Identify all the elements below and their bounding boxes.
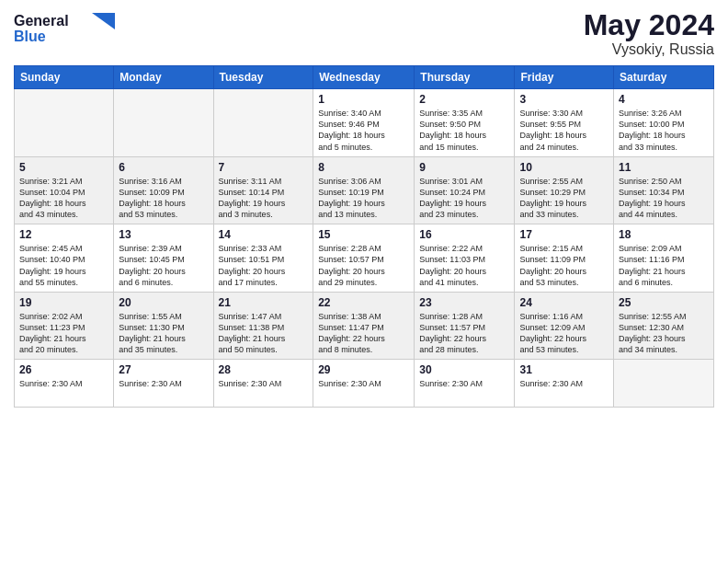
calendar-cell: 27Sunrise: 2:30 AM bbox=[114, 360, 213, 408]
week-row-2: 5Sunrise: 3:21 AM Sunset: 10:04 PM Dayli… bbox=[15, 156, 714, 224]
day-number: 29 bbox=[318, 363, 409, 376]
calendar-cell: 16Sunrise: 2:22 AM Sunset: 11:03 PM Dayl… bbox=[415, 224, 515, 293]
day-number: 16 bbox=[419, 228, 509, 241]
day-info: Sunrise: 3:30 AM Sunset: 9:55 PM Dayligh… bbox=[519, 108, 609, 153]
calendar-header-row: SundayMondayTuesdayWednesdayThursdayFrid… bbox=[15, 66, 714, 89]
week-row-5: 26Sunrise: 2:30 AM27Sunrise: 2:30 AM28Su… bbox=[15, 360, 714, 408]
calendar-cell: 14Sunrise: 2:33 AM Sunset: 10:51 PM Dayl… bbox=[213, 224, 313, 293]
day-info: Sunrise: 2:33 AM Sunset: 10:51 PM Daylig… bbox=[219, 243, 309, 288]
calendar-cell: 1Sunrise: 3:40 AM Sunset: 9:46 PM Daylig… bbox=[313, 89, 415, 157]
day-info: Sunrise: 3:01 AM Sunset: 10:24 PM Daylig… bbox=[419, 176, 509, 221]
day-number: 3 bbox=[519, 93, 609, 106]
day-number: 18 bbox=[619, 228, 709, 241]
day-info: Sunrise: 2:22 AM Sunset: 11:03 PM Daylig… bbox=[419, 243, 509, 288]
day-header-tuesday: Tuesday bbox=[213, 66, 313, 89]
calendar-cell: 17Sunrise: 2:15 AM Sunset: 11:09 PM Dayl… bbox=[515, 224, 614, 293]
day-number: 12 bbox=[19, 228, 108, 241]
day-info: Sunrise: 2:50 AM Sunset: 10:34 PM Daylig… bbox=[619, 176, 709, 221]
month-year: May 2024 bbox=[584, 9, 714, 41]
calendar-cell: 2Sunrise: 3:35 AM Sunset: 9:50 PM Daylig… bbox=[415, 89, 515, 157]
day-info: Sunrise: 2:30 AM bbox=[318, 378, 409, 389]
day-info: Sunrise: 1:16 AM Sunset: 12:09 AM Daylig… bbox=[519, 311, 609, 356]
calendar-cell: 6Sunrise: 3:16 AM Sunset: 10:09 PM Dayli… bbox=[114, 156, 213, 224]
calendar-cell: 22Sunrise: 1:38 AM Sunset: 11:47 PM Dayl… bbox=[313, 292, 415, 360]
day-number: 22 bbox=[318, 296, 409, 309]
day-info: Sunrise: 2:09 AM Sunset: 11:16 PM Daylig… bbox=[619, 243, 709, 288]
day-number: 10 bbox=[519, 161, 609, 174]
day-info: Sunrise: 2:30 AM bbox=[119, 378, 208, 389]
day-header-thursday: Thursday bbox=[415, 66, 515, 89]
calendar-cell: 15Sunrise: 2:28 AM Sunset: 10:57 PM Dayl… bbox=[313, 224, 415, 293]
calendar-cell: 30Sunrise: 2:30 AM bbox=[415, 360, 515, 408]
day-number: 2 bbox=[419, 93, 509, 106]
week-row-3: 12Sunrise: 2:45 AM Sunset: 10:40 PM Dayl… bbox=[15, 224, 714, 293]
calendar-cell: 4Sunrise: 3:26 AM Sunset: 10:00 PM Dayli… bbox=[614, 89, 714, 157]
calendar-cell: 24Sunrise: 1:16 AM Sunset: 12:09 AM Dayl… bbox=[515, 292, 614, 360]
day-header-saturday: Saturday bbox=[614, 66, 714, 89]
day-info: Sunrise: 3:40 AM Sunset: 9:46 PM Dayligh… bbox=[318, 108, 409, 153]
calendar-cell bbox=[114, 89, 213, 157]
day-number: 28 bbox=[219, 363, 309, 376]
day-number: 30 bbox=[419, 363, 509, 376]
calendar-cell: 21Sunrise: 1:47 AM Sunset: 11:38 PM Dayl… bbox=[213, 292, 313, 360]
calendar-cell: 10Sunrise: 2:55 AM Sunset: 10:29 PM Dayl… bbox=[515, 156, 614, 224]
day-info: Sunrise: 1:38 AM Sunset: 11:47 PM Daylig… bbox=[318, 311, 409, 356]
day-number: 31 bbox=[519, 363, 609, 376]
day-info: Sunrise: 1:55 AM Sunset: 11:30 PM Daylig… bbox=[119, 311, 208, 356]
calendar-cell: 5Sunrise: 3:21 AM Sunset: 10:04 PM Dayli… bbox=[15, 156, 114, 224]
calendar-cell: 9Sunrise: 3:01 AM Sunset: 10:24 PM Dayli… bbox=[415, 156, 515, 224]
logo-text: General Blue bbox=[14, 9, 115, 52]
calendar-cell: 12Sunrise: 2:45 AM Sunset: 10:40 PM Dayl… bbox=[15, 224, 114, 293]
day-info: Sunrise: 2:02 AM Sunset: 11:23 PM Daylig… bbox=[19, 311, 108, 356]
calendar-cell: 11Sunrise: 2:50 AM Sunset: 10:34 PM Dayl… bbox=[614, 156, 714, 224]
day-info: Sunrise: 3:26 AM Sunset: 10:00 PM Daylig… bbox=[619, 108, 709, 153]
calendar-cell bbox=[213, 89, 313, 157]
day-number: 14 bbox=[219, 228, 309, 241]
day-number: 26 bbox=[19, 363, 108, 376]
day-info: Sunrise: 1:28 AM Sunset: 11:57 PM Daylig… bbox=[419, 311, 509, 356]
calendar-cell: 23Sunrise: 1:28 AM Sunset: 11:57 PM Dayl… bbox=[415, 292, 515, 360]
calendar-cell: 7Sunrise: 3:11 AM Sunset: 10:14 PM Dayli… bbox=[213, 156, 313, 224]
title-block: May 2024 Vysokiy, Russia bbox=[584, 9, 714, 58]
day-info: Sunrise: 3:06 AM Sunset: 10:19 PM Daylig… bbox=[318, 176, 409, 221]
day-number: 5 bbox=[19, 161, 108, 174]
day-number: 21 bbox=[219, 296, 309, 309]
day-number: 1 bbox=[318, 93, 409, 106]
location: Vysokiy, Russia bbox=[584, 41, 714, 58]
calendar-cell: 26Sunrise: 2:30 AM bbox=[15, 360, 114, 408]
calendar: SundayMondayTuesdayWednesdayThursdayFrid… bbox=[14, 65, 714, 408]
svg-text:General: General bbox=[14, 13, 69, 29]
page: General Blue May 2024 Vysokiy, Russia Su… bbox=[0, 0, 728, 563]
calendar-cell: 28Sunrise: 2:30 AM bbox=[213, 360, 313, 408]
calendar-cell: 20Sunrise: 1:55 AM Sunset: 11:30 PM Dayl… bbox=[114, 292, 213, 360]
day-info: Sunrise: 3:16 AM Sunset: 10:09 PM Daylig… bbox=[119, 176, 208, 221]
calendar-cell: 8Sunrise: 3:06 AM Sunset: 10:19 PM Dayli… bbox=[313, 156, 415, 224]
day-header-monday: Monday bbox=[114, 66, 213, 89]
calendar-cell bbox=[614, 360, 714, 408]
day-info: Sunrise: 2:28 AM Sunset: 10:57 PM Daylig… bbox=[318, 243, 409, 288]
day-header-wednesday: Wednesday bbox=[313, 66, 415, 89]
calendar-cell: 29Sunrise: 2:30 AM bbox=[313, 360, 415, 408]
day-number: 17 bbox=[519, 228, 609, 241]
day-number: 25 bbox=[619, 296, 709, 309]
day-number: 6 bbox=[119, 161, 208, 174]
day-number: 7 bbox=[219, 161, 309, 174]
calendar-cell: 18Sunrise: 2:09 AM Sunset: 11:16 PM Dayl… bbox=[614, 224, 714, 293]
day-number: 8 bbox=[318, 161, 409, 174]
day-number: 23 bbox=[419, 296, 509, 309]
day-info: Sunrise: 2:15 AM Sunset: 11:09 PM Daylig… bbox=[519, 243, 609, 288]
header: General Blue May 2024 Vysokiy, Russia bbox=[14, 9, 714, 58]
calendar-cell: 19Sunrise: 2:02 AM Sunset: 11:23 PM Dayl… bbox=[15, 292, 114, 360]
day-number: 20 bbox=[119, 296, 208, 309]
day-info: Sunrise: 2:30 AM bbox=[419, 378, 509, 389]
day-info: Sunrise: 2:45 AM Sunset: 10:40 PM Daylig… bbox=[19, 243, 108, 288]
day-info: Sunrise: 2:30 AM bbox=[219, 378, 309, 389]
calendar-cell bbox=[15, 89, 114, 157]
day-number: 19 bbox=[19, 296, 108, 309]
calendar-cell: 25Sunrise: 12:55 AM Sunset: 12:30 AM Day… bbox=[614, 292, 714, 360]
week-row-1: 1Sunrise: 3:40 AM Sunset: 9:46 PM Daylig… bbox=[15, 89, 714, 157]
day-header-sunday: Sunday bbox=[15, 66, 114, 89]
day-info: Sunrise: 3:11 AM Sunset: 10:14 PM Daylig… bbox=[219, 176, 309, 221]
calendar-cell: 3Sunrise: 3:30 AM Sunset: 9:55 PM Daylig… bbox=[515, 89, 614, 157]
day-info: Sunrise: 2:39 AM Sunset: 10:45 PM Daylig… bbox=[119, 243, 208, 288]
